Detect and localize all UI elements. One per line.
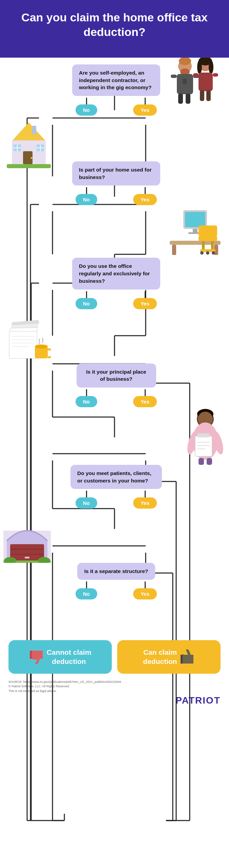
q3-yes-line-top bbox=[145, 291, 146, 298]
svg-rect-68 bbox=[213, 73, 218, 77]
outcome-row: Cannot claimdeduction Can claimdeduction bbox=[0, 640, 229, 674]
q3-yes-button[interactable]: Yes bbox=[133, 298, 157, 309]
infographic: Are you self-employed, an independent co… bbox=[0, 58, 229, 711]
svg-rect-66 bbox=[199, 73, 213, 91]
cannot-outcome-text: Cannot claimdeduction bbox=[47, 648, 91, 666]
question-2-text: Is part of your home used for business? bbox=[72, 161, 160, 185]
svg-point-65 bbox=[209, 60, 213, 74]
can-outcome: Can claimdeduction bbox=[117, 640, 221, 674]
q1-no-line-top bbox=[86, 98, 87, 104]
question-1-text: Are you self-employed, an independent co… bbox=[72, 64, 160, 96]
brand-logo: PATRIOT bbox=[8, 695, 221, 706]
footer-source: SOURCE: https://www.irs.gov/publications… bbox=[8, 680, 221, 694]
q1-no-button[interactable]: No bbox=[76, 104, 97, 116]
svg-rect-120 bbox=[207, 458, 212, 465]
question-4-text: Is it your principal place of business? bbox=[77, 363, 156, 388]
svg-rect-101 bbox=[9, 331, 37, 358]
svg-rect-91 bbox=[202, 241, 205, 250]
q1-yes-button[interactable]: Yes bbox=[133, 104, 157, 116]
disclaimer1-text: © Patriot Software, LLC. All Rights Rese… bbox=[8, 684, 221, 689]
q5-no-button[interactable]: No bbox=[76, 497, 97, 509]
cannot-bold-word: Cannot bbox=[47, 648, 71, 656]
papers-illustration bbox=[5, 314, 51, 365]
q1-yes-line-top bbox=[145, 98, 146, 104]
q6-no-line-top bbox=[86, 581, 87, 588]
q2-yes-button[interactable]: Yes bbox=[133, 194, 157, 205]
question-6-box: Is it a separate structure? bbox=[77, 563, 155, 580]
q6-yes-line-top bbox=[145, 581, 146, 588]
q4-yes-button[interactable]: Yes bbox=[133, 396, 157, 407]
q5-yes-button[interactable]: Yes bbox=[133, 497, 157, 509]
svg-marker-71 bbox=[12, 122, 46, 141]
svg-rect-84 bbox=[185, 212, 205, 227]
svg-point-96 bbox=[212, 251, 215, 255]
question-5-text: Do you meet patients, clients, or custom… bbox=[70, 465, 162, 489]
q4-no-button[interactable]: No bbox=[76, 396, 97, 407]
can-bold-word: Can bbox=[143, 648, 157, 656]
question-3-text: Do you use the office regularly and excl… bbox=[72, 258, 160, 289]
question-6-text: Is it a separate structure? bbox=[77, 563, 155, 580]
cannot-outcome: Cannot claimdeduction bbox=[8, 640, 112, 674]
q5-no-line-top bbox=[86, 491, 87, 497]
page-title: Can you claim the home office tax deduct… bbox=[17, 10, 212, 39]
can-outcome-text: Can claimdeduction bbox=[143, 648, 177, 666]
question-2-box: Is part of your home used for business? bbox=[72, 161, 160, 185]
person-illustration bbox=[176, 409, 224, 468]
q2-no-line-top bbox=[86, 187, 87, 194]
q2-no-button[interactable]: No bbox=[76, 194, 97, 205]
svg-rect-72 bbox=[32, 126, 36, 134]
question-5-box: Do you meet patients, clients, or custom… bbox=[70, 465, 162, 489]
garage-illustration bbox=[3, 514, 51, 564]
svg-rect-114 bbox=[195, 436, 212, 456]
q5-yes-line-top bbox=[145, 491, 146, 497]
svg-rect-56 bbox=[171, 75, 177, 78]
question-4-box: Is it your principal place of business? bbox=[77, 363, 156, 388]
svg-point-94 bbox=[200, 251, 204, 255]
svg-rect-92 bbox=[211, 241, 214, 250]
svg-rect-97 bbox=[199, 225, 217, 236]
source-text: SOURCE: https://www.irs.gov/publications… bbox=[8, 680, 221, 685]
svg-rect-61 bbox=[183, 79, 187, 84]
q3-no-line-top bbox=[86, 291, 87, 298]
question-1-box: Are you self-employed, an independent co… bbox=[72, 64, 160, 96]
q4-yes-line-top bbox=[145, 389, 146, 396]
q3-no-button[interactable]: No bbox=[76, 298, 97, 309]
svg-rect-115 bbox=[197, 433, 210, 437]
question-3-box: Do you use the office regularly and excl… bbox=[72, 258, 160, 289]
page: Can you claim the home office tax deduct… bbox=[0, 0, 229, 868]
svg-rect-88 bbox=[172, 245, 176, 255]
flowchart: Are you self-employed, an independent co… bbox=[0, 58, 229, 674]
footer: SOURCE: https://www.irs.gov/publications… bbox=[0, 674, 229, 708]
desk-illustration bbox=[168, 209, 222, 259]
q4-no-line-top bbox=[86, 389, 87, 396]
q2-yes-line-top bbox=[145, 187, 146, 194]
svg-rect-67 bbox=[193, 73, 199, 77]
svg-rect-90 bbox=[199, 236, 217, 241]
thumbs-up-icon bbox=[180, 649, 195, 664]
svg-point-107 bbox=[35, 344, 48, 349]
disclaimer2-text: This is not intended as legal advice. bbox=[8, 689, 221, 694]
thumbs-down-icon bbox=[29, 649, 44, 664]
svg-rect-125 bbox=[25, 557, 29, 558]
q6-no-button[interactable]: No bbox=[76, 588, 97, 599]
svg-point-81 bbox=[31, 157, 33, 159]
q6-yes-button[interactable]: Yes bbox=[133, 588, 157, 599]
svg-rect-119 bbox=[199, 458, 204, 465]
svg-point-64 bbox=[197, 60, 202, 74]
svg-point-95 bbox=[206, 251, 209, 255]
header: Can you claim the home office tax deduct… bbox=[0, 0, 229, 58]
